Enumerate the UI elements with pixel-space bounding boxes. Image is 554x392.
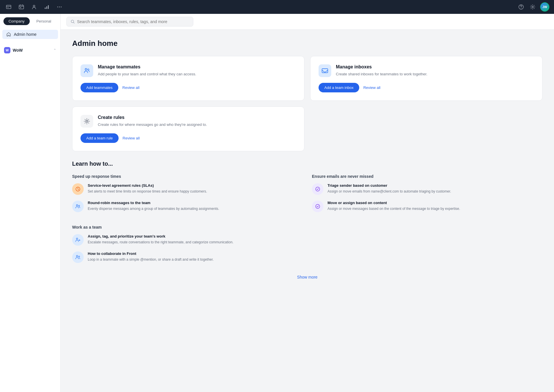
card-text-teammates: Manage teammates Add people to your team… [98,64,296,77]
svg-point-7 [57,7,58,8]
learn-item-triage-text: Triage sender based on customer Assign o… [327,183,542,194]
work-item-collaborate-text: How to collaborate in Front Loop in a te… [88,251,542,262]
svg-point-26 [78,256,80,257]
tab-personal[interactable]: Personal [31,17,57,25]
learn-item-sla[interactable]: Service-level agreement rules (SLAs) Set… [72,183,303,195]
learn-item-triage[interactable]: Triage sender based on customer Assign o… [312,183,542,195]
sidebar-tabs: Company Personal [0,14,60,27]
triage-icon-wrap [312,183,323,195]
robin-icon-wrap [72,201,84,212]
content-area: Admin home [61,14,554,392]
tab-company[interactable]: Company [3,17,30,25]
sidebar-item-label: Admin home [14,32,37,37]
card-actions-inboxes: Add a team inbox Review all [319,83,534,92]
learn-item-sla-text: Service-level agreement rules (SLAs) Set… [88,183,303,194]
assign-icon-wrap [72,234,84,246]
card-text-rules: Create rules Create rules for where mess… [98,115,296,128]
card-header-teammates: Manage teammates Add people to your team… [81,64,296,77]
content-scroll: Admin home [61,30,554,392]
settings-icon[interactable] [529,3,537,11]
work-item-collaborate-desc: Loop in a teammate with a simple @mentio… [88,257,542,262]
learn-item-content-title: Move or assign based on content [327,201,542,205]
help-icon[interactable] [517,3,525,11]
sidebar-item-admin-home[interactable]: Admin home [2,30,58,39]
add-team-inbox-button[interactable]: Add a team inbox [319,83,359,92]
learn-col-1-title: Speed up response times [72,174,303,179]
svg-point-3 [33,5,35,7]
card-desc-rules: Create rules for where messages go and w… [98,122,296,128]
card-title-teammates: Manage teammates [98,64,296,70]
svg-point-21 [78,205,80,206]
show-more-row: Show more [72,269,542,282]
sla-icon-wrap [72,183,84,195]
top-nav: JW [0,0,554,14]
svg-rect-4 [45,8,46,9]
search-input[interactable] [77,19,189,24]
sidebar-section-wow: W WoW ⌃ [0,44,60,57]
top-nav-right: JW [517,2,549,12]
work-section: Work as a team Assign, tag, and prioriti… [72,225,542,263]
contacts-icon[interactable] [30,3,38,11]
learn-item-content-desc: Assign or move messages based on the con… [327,206,542,211]
card-actions-teammates: Add teammates Review all [81,83,296,92]
svg-rect-0 [6,5,11,9]
analytics-icon[interactable] [43,3,51,11]
card-desc-teammates: Add people to your team and control what… [98,71,296,77]
learn-col-1: Speed up response times Service-level ag… [72,174,303,218]
card-create-rules: Create rules Create rules for where mess… [72,107,304,151]
sidebar-section-header[interactable]: W WoW ⌃ [4,46,56,55]
work-item-collaborate[interactable]: How to collaborate in Front Loop in a te… [72,251,542,263]
sidebar: Company Personal Admin home W WoW ⌃ [0,14,61,392]
learn-item-sla-title: Service-level agreement rules (SLAs) [88,183,303,188]
learn-col-2-title: Ensure emails are never missed [312,174,542,179]
page-title: Admin home [72,39,542,48]
calendar-icon[interactable] [17,3,25,11]
main-layout: Company Personal Admin home W WoW ⌃ [0,14,554,392]
card-header-inboxes: Manage inboxes Create shared inboxes for… [319,64,534,77]
sidebar-section-left: W WoW [4,47,23,53]
card-manage-inboxes: Manage inboxes Create shared inboxes for… [310,56,542,101]
add-teammates-button[interactable]: Add teammates [81,83,118,92]
svg-point-20 [76,205,78,206]
learn-item-robin-title: Round-robin messages to the team [88,201,303,205]
avatar[interactable]: JW [540,2,549,12]
teammates-icon-wrap [81,64,93,77]
svg-point-18 [87,121,87,122]
learn-item-content[interactable]: Move or assign based on content Assign o… [312,201,542,212]
learn-section: Learn how to... Speed up response times [72,160,542,282]
show-more-button[interactable]: Show more [297,275,318,279]
work-item-assign-text: Assign, tag, and prioritize your team's … [88,234,542,245]
learn-grid: Speed up response times Service-level ag… [72,174,542,218]
svg-point-9 [61,7,62,8]
work-item-collaborate-title: How to collaborate in Front [88,251,542,256]
card-actions-rules: Add a team rule Review all [81,133,296,143]
svg-rect-1 [19,5,24,9]
cards-grid: Manage teammates Add people to your team… [72,56,542,101]
work-item-assign-desc: Escalate messages, route conversations t… [88,240,542,245]
learn-item-robin[interactable]: Round-robin messages to the team Evenly … [72,201,303,212]
work-item-assign-title: Assign, tag, and prioritize your team's … [88,234,542,238]
learn-item-triage-desc: Assign or move emails from name@client.c… [327,189,542,194]
section-badge: W [4,47,10,53]
learn-title: Learn how to... [72,160,542,167]
sidebar-nav: Admin home [0,27,60,41]
work-item-assign[interactable]: Assign, tag, and prioritize your team's … [72,234,542,246]
rules-icon-wrap [81,115,93,128]
inbox-icon[interactable] [5,3,13,11]
review-all-rules-button[interactable]: Review all [123,136,140,140]
inboxes-icon-wrap [319,64,331,77]
svg-point-14 [85,68,87,70]
svg-point-11 [521,8,521,9]
card-manage-teammates: Manage teammates Add people to your team… [72,56,304,101]
section-label: WoW [13,48,23,53]
review-all-inboxes-button[interactable]: Review all [363,85,380,90]
learn-item-robin-text: Round-robin messages to the team Evenly … [88,201,303,211]
add-team-rule-button[interactable]: Add a team rule [81,133,119,143]
svg-rect-6 [48,5,49,9]
svg-rect-2 [20,7,21,8]
review-all-teammates-button[interactable]: Review all [122,85,139,90]
more-icon[interactable] [55,3,63,11]
search-bar [66,17,193,27]
learn-item-content-text: Move or assign based on content Assign o… [327,201,542,211]
collaborate-icon-wrap [72,251,84,263]
